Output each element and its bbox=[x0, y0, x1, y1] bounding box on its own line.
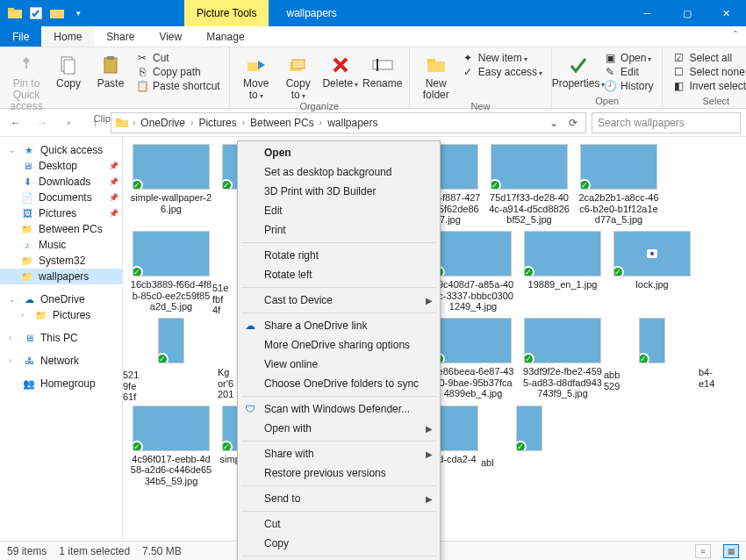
details-view-toggle[interactable]: ≡ bbox=[695, 544, 711, 558]
sidebar-item-od-pictures[interactable]: ›📁Pictures bbox=[0, 307, 122, 323]
new-item-button[interactable]: ✦New item bbox=[459, 51, 544, 65]
breadcrumb-dropdown-icon[interactable]: ⌄ bbox=[545, 117, 563, 129]
sidebar-item-network[interactable]: ›🖧Network bbox=[0, 353, 122, 369]
paste-button[interactable]: Paste bbox=[91, 51, 130, 90]
sidebar-item-desktop[interactable]: 🖥Desktop📌 bbox=[0, 158, 122, 174]
recent-locations-dropdown[interactable]: ▾ bbox=[58, 112, 79, 133]
breadcrumb-pictures[interactable]: Pictures bbox=[197, 117, 238, 129]
select-none-button[interactable]: ☐Select none bbox=[670, 65, 746, 79]
cm-rotate-left[interactable]: Rotate left bbox=[238, 265, 440, 284]
file-item[interactable]: ✓59c408d7-a85a-408c-3337-bbbc03001249_4.… bbox=[432, 231, 514, 312]
delete-button[interactable]: Delete bbox=[321, 51, 360, 90]
sidebar-item-downloads[interactable]: ⬇Downloads📌 bbox=[0, 174, 122, 190]
onedrive-icon: ☁ bbox=[243, 319, 257, 333]
file-item[interactable]: ✓9e86beea-6e87-4370-9bae-95b37fca4899eb_… bbox=[432, 318, 514, 400]
forward-button[interactable]: → bbox=[32, 112, 53, 133]
new-folder-icon[interactable] bbox=[47, 4, 67, 23]
maximize-button[interactable]: ▢ bbox=[667, 0, 707, 26]
cm-view-online[interactable]: View online bbox=[238, 355, 440, 374]
cut-button[interactable]: ✂Cut bbox=[133, 51, 222, 65]
invert-selection-button[interactable]: ◧Invert selection bbox=[670, 79, 746, 93]
sidebar-item-homegroup[interactable]: 👥Homegroup bbox=[0, 376, 122, 391]
copy-path-button[interactable]: ⎘Copy path bbox=[133, 65, 222, 79]
sidebar-item-this-pc[interactable]: ›🖥This PC bbox=[0, 330, 122, 346]
file-item[interactable]: ✓abb 529 bbox=[611, 318, 693, 400]
quick-access-toolbar: ▾ bbox=[0, 4, 88, 23]
refresh-icon[interactable]: ⟳ bbox=[564, 117, 582, 129]
file-item[interactable]: ✓abl bbox=[488, 406, 570, 487]
up-button[interactable]: ↑ bbox=[84, 112, 105, 133]
file-item[interactable]: ✓93df9f2e-fbe2-4595-ad83-d8dfad943743f9_… bbox=[521, 318, 604, 400]
back-button[interactable]: ← bbox=[5, 112, 26, 133]
file-item[interactable]: ✓16cb3889-f66d-4f8b-85c0-ee2c59f85a2d_5.… bbox=[130, 231, 212, 312]
sidebar-item-wallpapers[interactable]: 📁wallpapers bbox=[0, 269, 122, 284]
properties-icon[interactable] bbox=[26, 4, 46, 23]
file-item[interactable]: ✓4c96f017-eebb-4d58-a2d6-c446de6534b5_59… bbox=[130, 406, 212, 487]
sidebar-item-quick-access[interactable]: ⌄★Quick access bbox=[0, 142, 122, 158]
svg-rect-7 bbox=[107, 56, 114, 60]
history-button[interactable]: 🕘History bbox=[601, 79, 655, 93]
contextual-tab-picture-tools[interactable]: Picture Tools bbox=[184, 0, 269, 26]
ribbon-collapse-icon[interactable]: ˆ bbox=[725, 26, 746, 47]
sidebar-item-music[interactable]: ♪Music bbox=[0, 237, 122, 253]
file-item[interactable]: ✓simple-wallpaper-26.jpg bbox=[130, 144, 212, 226]
tab-home[interactable]: Home bbox=[41, 26, 94, 47]
pin-label: Pin to Quick access bbox=[7, 78, 46, 113]
paste-shortcut-icon: 📋 bbox=[135, 80, 149, 92]
file-item[interactable]: ✓19889_en_1.jpg bbox=[521, 231, 604, 312]
breadcrumb-onedrive[interactable]: OneDrive bbox=[139, 117, 187, 129]
edit-button[interactable]: ✎Edit bbox=[601, 65, 655, 79]
easy-access-button[interactable]: ✓Easy access bbox=[459, 65, 544, 79]
cm-print[interactable]: Print bbox=[238, 220, 440, 240]
cm-choose-onedrive-folders[interactable]: Choose OneDrive folders to sync bbox=[238, 374, 440, 393]
tab-share[interactable]: Share bbox=[94, 26, 147, 47]
cm-cast-to-device[interactable]: Cast to Device▶ bbox=[238, 291, 440, 310]
file-item[interactable]: b4- e14 bbox=[700, 318, 727, 400]
rename-button[interactable]: Rename bbox=[363, 51, 402, 90]
file-item[interactable]: ✓2ca2b2b1-a8cc-46c6-b2e0-b1f12a1ed77a_5.… bbox=[577, 144, 660, 226]
cm-3d-print[interactable]: 3D Print with 3D Builder bbox=[238, 182, 440, 201]
homegroup-icon: 👥 bbox=[23, 377, 35, 390]
sidebar-item-documents[interactable]: 📄Documents📌 bbox=[0, 190, 122, 205]
breadcrumb-between-pcs[interactable]: Between PCs bbox=[248, 117, 316, 129]
minimize-button[interactable]: ─ bbox=[628, 0, 667, 26]
copy-to-button[interactable]: Copy to bbox=[279, 51, 318, 101]
file-item[interactable]: ✓lock.jpg bbox=[611, 231, 693, 312]
pin-to-quick-access-button[interactable]: Pin to Quick access bbox=[7, 51, 46, 113]
tab-file[interactable]: File bbox=[0, 26, 41, 47]
cm-set-desktop-background[interactable]: Set as desktop background bbox=[238, 162, 440, 182]
cm-scan-defender[interactable]: 🛡Scan with Windows Defender... bbox=[238, 399, 440, 419]
new-folder-button[interactable]: New folder bbox=[417, 51, 455, 101]
file-item[interactable]: ✓75d17f33-de28-404c-a914-d5cd8826bf52_5.… bbox=[488, 144, 570, 226]
cm-cut[interactable]: Cut bbox=[238, 514, 440, 534]
cm-more-onedrive-sharing[interactable]: More OneDrive sharing options bbox=[238, 335, 440, 355]
cm-open-with[interactable]: Open with▶ bbox=[238, 419, 440, 438]
breadcrumb[interactable]: › OneDrive› Pictures› Between PCs› wallp… bbox=[111, 112, 586, 133]
cm-share-with[interactable]: Share with▶ bbox=[238, 444, 440, 463]
cm-restore-previous-versions[interactable]: Restore previous versions bbox=[238, 463, 440, 483]
search-input[interactable]: Search wallpapers bbox=[592, 112, 741, 133]
sidebar-item-system32[interactable]: 📁System32 bbox=[0, 253, 122, 269]
paste-shortcut-button[interactable]: 📋Paste shortcut bbox=[133, 79, 222, 93]
tab-view[interactable]: View bbox=[147, 26, 194, 47]
sidebar-item-between-pcs[interactable]: 📁Between PCs bbox=[0, 221, 122, 237]
qat-dropdown-icon[interactable]: ▾ bbox=[68, 4, 88, 23]
sidebar-item-pictures[interactable]: 🖼Pictures📌 bbox=[0, 205, 122, 221]
cm-edit[interactable]: Edit bbox=[238, 201, 440, 220]
sidebar-item-onedrive[interactable]: ⌄☁OneDrive bbox=[0, 291, 122, 307]
cm-share-onedrive-link[interactable]: ☁Share a OneDrive link bbox=[238, 316, 440, 335]
copy-button[interactable]: Copy bbox=[49, 51, 88, 90]
tab-manage[interactable]: Manage bbox=[194, 26, 256, 47]
open-dropdown-button[interactable]: ▣Open bbox=[601, 51, 655, 65]
select-all-button[interactable]: ☑Select all bbox=[670, 51, 746, 65]
cm-open[interactable]: Open bbox=[238, 143, 440, 162]
file-item[interactable]: ✓521 9fe 61f bbox=[130, 318, 212, 400]
move-to-button[interactable]: Move to bbox=[237, 51, 276, 101]
cm-rotate-right[interactable]: Rotate right bbox=[238, 246, 440, 265]
properties-button[interactable]: Properties bbox=[559, 51, 598, 90]
thumbnail-view-toggle[interactable]: ▦ bbox=[723, 544, 739, 558]
cm-send-to[interactable]: Send to▶ bbox=[238, 489, 440, 508]
breadcrumb-wallpapers[interactable]: wallpapers bbox=[326, 117, 379, 129]
close-button[interactable]: ✕ bbox=[707, 0, 746, 26]
cm-copy[interactable]: Copy bbox=[238, 534, 440, 553]
